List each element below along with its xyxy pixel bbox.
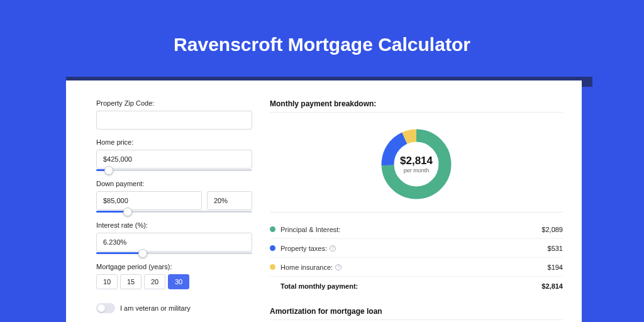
period-option-20[interactable]: 20 (144, 274, 165, 289)
legend-row-total: Total monthly payment: $2,814 (270, 277, 563, 296)
interest-rate-slider[interactable] (96, 252, 252, 254)
legend-value: $194 (548, 264, 563, 271)
calculator-panel: Property Zip Code: Home price: Down paym… (66, 80, 582, 322)
divider (270, 212, 563, 213)
legend-dot-icon (270, 245, 275, 251)
zip-field: Property Zip Code: (96, 99, 252, 130)
breakdown-column: Monthly payment breakdown: $2,814 per mo… (252, 99, 563, 322)
veteran-row: I am veteran or military (96, 303, 252, 313)
period-option-30[interactable]: 30 (168, 274, 189, 289)
donut-center: $2,814 per month (400, 155, 433, 174)
legend: Principal & Interest: $2,089 Property ta… (270, 220, 563, 296)
legend-label: Total monthly payment: (280, 282, 541, 290)
veteran-toggle[interactable] (96, 303, 115, 313)
slider-thumb[interactable] (123, 208, 132, 216)
home-price-label: Home price: (96, 138, 252, 146)
home-price-slider[interactable] (96, 169, 252, 171)
zip-input[interactable] (96, 111, 252, 130)
home-price-input[interactable] (96, 150, 252, 169)
legend-dot-icon (270, 226, 275, 232)
donut-amount: $2,814 (400, 155, 433, 167)
breakdown-title: Monthly payment breakdown: (270, 99, 563, 108)
down-payment-percent-input[interactable] (207, 191, 252, 210)
slider-thumb[interactable] (104, 166, 113, 175)
legend-text: Property taxes: (280, 245, 327, 252)
legend-row-taxes: Property taxes: ? $531 (270, 239, 563, 258)
divider (270, 319, 563, 320)
divider (270, 112, 563, 113)
zip-label: Property Zip Code: (96, 99, 252, 107)
interest-rate-input[interactable] (96, 233, 252, 252)
period-option-10[interactable]: 10 (96, 274, 118, 289)
legend-value: $2,089 (541, 226, 563, 233)
legend-label: Principal & Interest: (280, 226, 541, 233)
legend-text: Home insurance: (280, 264, 333, 271)
info-icon[interactable]: ? (335, 264, 341, 270)
info-icon[interactable]: ? (330, 245, 336, 252)
legend-row-principal: Principal & Interest: $2,089 (270, 220, 563, 239)
period-option-15[interactable]: 15 (120, 274, 142, 289)
veteran-label: I am veteran or military (120, 304, 191, 312)
inputs-column: Property Zip Code: Home price: Down paym… (96, 99, 252, 322)
down-payment-slider[interactable] (96, 211, 252, 213)
legend-value: $2,814 (541, 282, 563, 290)
legend-text: Principal & Interest: (280, 226, 340, 233)
legend-label: Home insurance: ? (280, 264, 548, 271)
mortgage-period-label: Mortgage period (years): (96, 263, 252, 270)
donut-chart: $2,814 per month (270, 120, 563, 208)
legend-dot-icon (270, 264, 275, 270)
home-price-field: Home price: (96, 138, 252, 171)
legend-value: $531 (548, 245, 563, 252)
amortization-title: Amortization for mortgage loan (270, 307, 563, 316)
mortgage-period-field: Mortgage period (years): 10 15 20 30 (96, 263, 252, 289)
down-payment-label: Down payment: (96, 180, 252, 187)
donut-sublabel: per month (400, 167, 433, 174)
page-title: Ravenscroft Mortgage Calculator (0, 0, 644, 70)
slider-thumb[interactable] (138, 249, 147, 258)
down-payment-field: Down payment: (96, 180, 252, 213)
toggle-knob (97, 304, 105, 312)
legend-label: Property taxes: ? (280, 245, 548, 252)
down-payment-amount-input[interactable] (96, 191, 202, 210)
interest-rate-field: Interest rate (%): (96, 221, 252, 254)
interest-rate-label: Interest rate (%): (96, 221, 252, 229)
legend-row-insurance: Home insurance: ? $194 (270, 258, 563, 277)
